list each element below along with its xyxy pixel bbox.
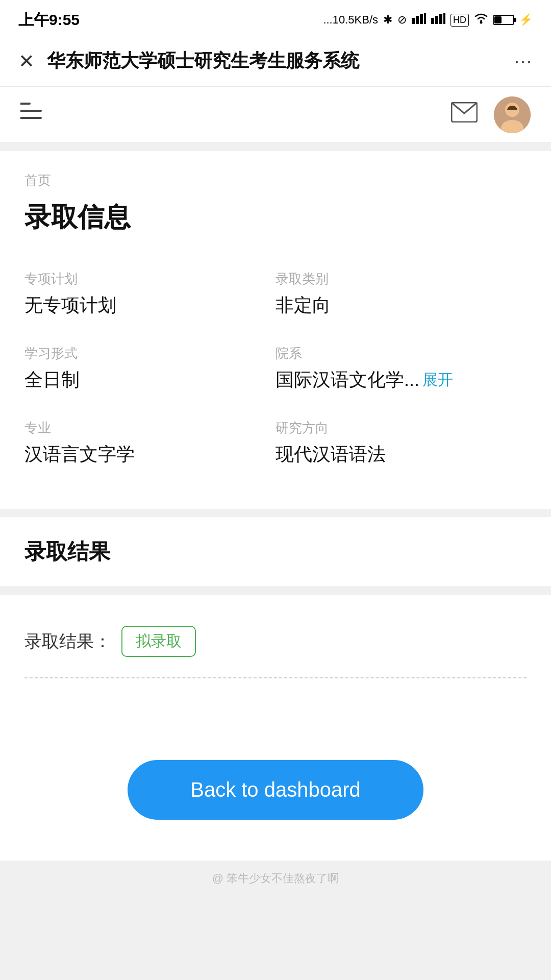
value-special-plan: 无专项计划: [24, 293, 276, 318]
value-department: 国际汉语文化学...: [276, 368, 419, 393]
info-cell-study-mode: 学习形式 全日制: [24, 334, 276, 409]
watermark: @ 笨牛少女不佳熬夜了啊: [0, 861, 551, 901]
more-icon[interactable]: ···: [514, 51, 533, 72]
result-badge: 拟录取: [121, 626, 196, 657]
nav-bar: [0, 87, 551, 143]
section-divider-3: [0, 587, 551, 595]
svg-rect-2: [420, 14, 423, 24]
close-icon[interactable]: ✕: [18, 50, 35, 72]
result-label: 录取结果：: [24, 630, 111, 653]
status-icons: ...10.5KB/s ✱ ⊘ HD ⚡: [323, 13, 533, 27]
app-header-left: ✕ 华东师范大学硕士研究生考生服务系统: [18, 48, 359, 74]
signal-icon-1: [412, 13, 426, 27]
svg-rect-11: [494, 16, 502, 23]
section-divider-1: [0, 143, 551, 151]
value-major: 汉语言文字学: [24, 442, 276, 467]
svg-point-8: [480, 21, 483, 24]
app-header: ✕ 华东师范大学硕士研究生考生服务系统 ···: [0, 36, 551, 87]
value-department-wrapper: 国际汉语文化学... 展开: [276, 368, 527, 393]
svg-rect-6: [439, 14, 442, 24]
info-cell-research-direction: 研究方向 现代汉语语法: [276, 409, 527, 483]
status-time: 上午9:55: [18, 10, 80, 31]
info-grid: 专项计划 无专项计划 录取类别 非定向 学习形式 全日制 院系 国际汉语文化学.…: [24, 260, 527, 483]
label-special-plan: 专项计划: [24, 270, 276, 288]
label-research-direction: 研究方向: [276, 419, 527, 437]
result-section-title: 录取结果: [24, 537, 527, 566]
charge-icon: ⚡: [519, 13, 533, 27]
battery-icon: ⚡: [493, 13, 533, 27]
back-button-wrapper: Back to dashboard: [0, 729, 551, 861]
app-title: 华东师范大学硕士研究生考生服务系统: [47, 48, 359, 74]
svg-rect-7: [443, 13, 445, 24]
svg-rect-0: [412, 18, 415, 24]
value-research-direction: 现代汉语语法: [276, 442, 527, 467]
section-title: 录取信息: [24, 200, 527, 235]
label-study-mode: 学习形式: [24, 345, 276, 362]
signal-icon-2: [431, 13, 445, 27]
info-section: 首页 录取信息 专项计划 无专项计划 录取类别 非定向 学习形式 全日制 院系 …: [0, 151, 551, 509]
label-admit-type: 录取类别: [276, 270, 527, 288]
breadcrumb: 首页: [24, 172, 527, 189]
watermark-text: @ 笨牛少女不佳熬夜了啊: [212, 872, 339, 885]
svg-rect-4: [431, 18, 434, 24]
value-admit-type: 非定向: [276, 293, 527, 318]
result-row: 录取结果： 拟录取: [24, 626, 527, 657]
nav-right: [451, 96, 531, 133]
svg-rect-5: [435, 16, 438, 24]
expand-link[interactable]: 展开: [422, 370, 453, 390]
status-bar: 上午9:55 ...10.5KB/s ✱ ⊘ HD ⚡: [0, 0, 551, 36]
mute-icon: ⊘: [397, 13, 407, 27]
info-cell-admit-type: 录取类别 非定向: [276, 260, 527, 334]
svg-rect-3: [424, 13, 426, 24]
svg-rect-1: [416, 16, 419, 24]
dashed-divider: [24, 677, 527, 678]
info-cell-special-plan: 专项计划 无专项计划: [24, 260, 276, 334]
label-department: 院系: [276, 345, 527, 362]
back-to-dashboard-button[interactable]: Back to dashboard: [128, 760, 423, 820]
menu-icon[interactable]: [20, 103, 46, 127]
result-content: 录取结果： 拟录取: [0, 595, 551, 729]
bluetooth-icon: ✱: [383, 13, 392, 27]
wifi-icon: [474, 13, 488, 27]
hd-label: HD: [450, 14, 469, 27]
avatar[interactable]: [494, 96, 531, 133]
label-major: 专业: [24, 419, 276, 437]
svg-rect-10: [514, 18, 516, 22]
result-section-header: 录取结果: [0, 517, 551, 587]
value-study-mode: 全日制: [24, 368, 276, 393]
section-divider-2: [0, 509, 551, 517]
info-cell-department: 院系 国际汉语文化学... 展开: [276, 334, 527, 409]
info-cell-major: 专业 汉语言文字学: [24, 409, 276, 483]
avatar-image: [494, 96, 531, 133]
mail-icon[interactable]: [451, 102, 478, 127]
network-status: ...10.5KB/s: [323, 13, 378, 27]
